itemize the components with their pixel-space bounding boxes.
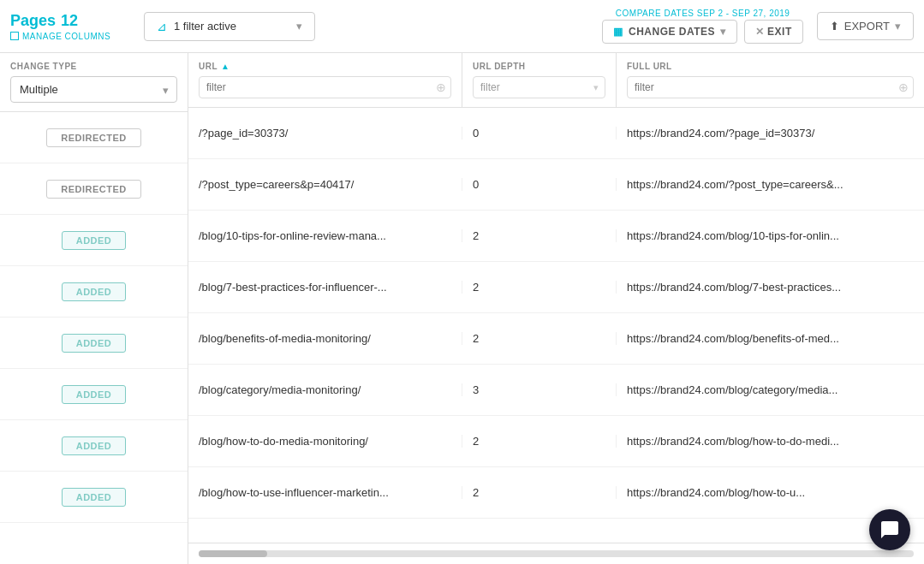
chevron-down-icon: ▾ (296, 20, 302, 33)
cell-depth: 0 (462, 127, 617, 140)
depth-filter-wrap: filter (473, 76, 605, 98)
change-type-header: CHANGE TYPE Multiple Added Redirected Re… (0, 53, 188, 112)
grid-icon (10, 32, 19, 40)
scroll-area (188, 543, 924, 564)
export-button[interactable]: ⬆ EXPORT ▾ (817, 12, 914, 40)
cell-url: /blog/7-best-practices-for-influencer-..… (188, 281, 462, 294)
change-type-cell: ADDED (0, 420, 188, 472)
pages-title: Pages 12 (10, 12, 130, 30)
change-type-select[interactable]: Multiple Added Redirected Removed Modifi… (10, 76, 177, 103)
compare-dates-label: COMPARE DATES SEP 2 - SEP 27, 2019 (616, 9, 790, 18)
cell-full-url: https://brand24.com/blog/category/media.… (617, 383, 924, 396)
cell-url: /?page_id=30373/ (188, 127, 462, 140)
cell-depth: 3 (462, 383, 617, 396)
cell-depth: 2 (462, 435, 617, 448)
badge-added: ADDED (62, 231, 127, 250)
cell-depth: 2 (462, 281, 617, 294)
change-type-cell: REDIRECTED (0, 112, 188, 163)
change-type-cell: ADDED (0, 215, 188, 266)
funnel-icon: ⊿ (157, 20, 167, 33)
filter-active-label: 1 filter active (174, 20, 289, 33)
exit-label: EXIT (767, 26, 792, 38)
pages-count: 12 (61, 12, 78, 30)
header: Pages 12 MANAGE COLUMNS ⊿ 1 filter activ… (0, 0, 924, 53)
url-depth-header-label: URL DEPTH (473, 62, 605, 71)
full-url-filter-wrap: ⊕ (627, 76, 914, 98)
scrollbar-thumb[interactable] (199, 550, 267, 557)
change-type-cell: ADDED (0, 318, 188, 369)
full-url-filter-input[interactable] (627, 76, 914, 98)
cell-full-url: https://brand24.com/blog/how-to-do-medi.… (617, 435, 924, 448)
table-row: /blog/how-to-do-media-monitoring/2https:… (188, 416, 924, 467)
change-dates-label: CHANGE DATES (629, 26, 715, 38)
data-header: URL ▲ ⊕ URL DEPTH filter (188, 53, 924, 108)
chevron-down-icon: ▾ (720, 26, 726, 38)
cell-depth: 2 (462, 486, 617, 499)
table-row: /?post_type=careers&p=40417/0https://bra… (188, 159, 924, 211)
change-type-cells: REDIRECTEDREDIRECTEDADDEDADDEDADDEDADDED… (0, 112, 188, 523)
change-type-cell: REDIRECTED (0, 163, 188, 215)
badge-added: ADDED (62, 385, 127, 404)
manage-columns-button[interactable]: MANAGE COLUMNS (10, 32, 130, 41)
badge-added: ADDED (62, 282, 127, 301)
chevron-down-icon: ▾ (895, 20, 901, 33)
table-wrapper: CHANGE TYPE Multiple Added Redirected Re… (0, 53, 924, 564)
chat-icon (879, 519, 900, 540)
close-icon: ✕ (755, 26, 765, 38)
calendar-icon: ▦ (613, 26, 623, 38)
cell-full-url: https://brand24.com/?post_type=careers&.… (617, 178, 924, 191)
change-type-cell: ADDED (0, 266, 188, 318)
change-type-column: CHANGE TYPE Multiple Added Redirected Re… (0, 53, 188, 564)
cell-url: /blog/benefits-of-media-monitoring/ (188, 332, 462, 345)
table-row: /?page_id=30373/0https://brand24.com/?pa… (188, 108, 924, 159)
filter-button[interactable]: ⊿ 1 filter active ▾ (144, 12, 315, 41)
url-filter-wrap: ⊕ (199, 76, 451, 98)
change-dates-button[interactable]: ▦ CHANGE DATES ▾ (602, 20, 736, 44)
change-type-cell: ADDED (0, 472, 188, 523)
filter-add-icon[interactable]: ⊕ (436, 80, 446, 94)
cell-url: /blog/how-to-do-media-monitoring/ (188, 435, 462, 448)
cell-full-url: https://brand24.com/blog/benefits-of-med… (617, 332, 924, 345)
cell-full-url: https://brand24.com/blog/10-tips-for-onl… (617, 229, 924, 242)
badge-added: ADDED (62, 488, 127, 507)
url-column-header: URL ▲ ⊕ (188, 53, 462, 107)
cell-full-url: https://brand24.com/?page_id=30373/ (617, 127, 924, 140)
change-type-select-wrapper: Multiple Added Redirected Removed Modifi… (10, 76, 177, 103)
change-type-column-label: CHANGE TYPE (10, 62, 177, 71)
cell-depth: 2 (462, 332, 617, 345)
cell-full-url: https://brand24.com/blog/how-to-u... (617, 486, 924, 499)
pages-section: Pages 12 MANAGE COLUMNS (10, 12, 130, 41)
horizontal-scrollbar[interactable] (199, 550, 914, 557)
export-label: EXPORT (844, 20, 890, 33)
badge-added: ADDED (62, 436, 127, 455)
url-header-label: URL ▲ (199, 62, 451, 71)
change-type-cell: ADDED (0, 369, 188, 420)
table-row: /blog/benefits-of-media-monitoring/2http… (188, 313, 924, 365)
table-row: /blog/how-to-use-influencer-marketin...2… (188, 467, 924, 519)
chat-bubble-button[interactable] (869, 509, 910, 550)
cell-url: /blog/10-tips-for-online-review-mana... (188, 229, 462, 242)
data-rows: /?page_id=30373/0https://brand24.com/?pa… (188, 108, 924, 543)
fullurl-filter-add-icon[interactable]: ⊕ (898, 80, 909, 94)
cell-full-url: https://brand24.com/blog/7-best-practice… (617, 281, 924, 294)
exit-button[interactable]: ✕ EXIT (744, 20, 803, 44)
sort-asc-icon[interactable]: ▲ (221, 62, 230, 71)
full-url-header-label: FULL URL (627, 62, 914, 71)
url-filter-input[interactable] (199, 76, 451, 98)
data-area: URL ▲ ⊕ URL DEPTH filter (188, 53, 924, 564)
compare-section: COMPARE DATES SEP 2 - SEP 27, 2019 ▦ CHA… (602, 9, 802, 44)
badge-added: ADDED (62, 334, 127, 353)
table-row: /blog/7-best-practices-for-influencer-..… (188, 262, 924, 313)
depth-filter-select[interactable]: filter (473, 76, 605, 98)
manage-columns-label: MANAGE COLUMNS (22, 32, 110, 41)
table-row: /blog/10-tips-for-online-review-mana...2… (188, 211, 924, 262)
pages-label: Pages (10, 12, 56, 30)
export-icon: ⬆ (830, 20, 839, 33)
table-row: /blog/category/media-monitoring/3https:/… (188, 365, 924, 416)
cell-url: /blog/category/media-monitoring/ (188, 383, 462, 396)
url-depth-column-header: URL DEPTH filter (462, 53, 617, 107)
full-url-column-header: FULL URL ⊕ (617, 53, 924, 107)
badge-redirected: REDIRECTED (46, 128, 141, 147)
cell-depth: 2 (462, 229, 617, 242)
cell-url: /blog/how-to-use-influencer-marketin... (188, 486, 462, 499)
